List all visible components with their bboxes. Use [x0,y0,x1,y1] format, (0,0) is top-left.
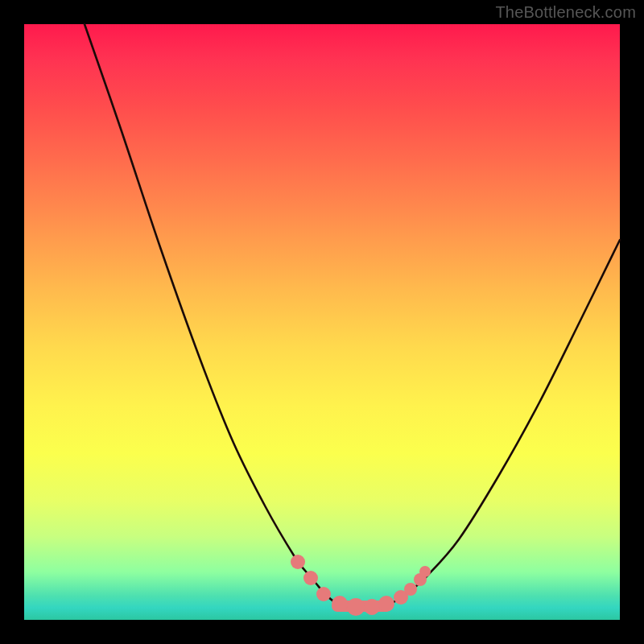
chart-frame: TheBottleneck.com [0,0,644,644]
bottleneck-curve [85,24,620,607]
attribution-label: TheBottleneck.com [495,3,636,22]
marker-dot [291,555,305,569]
marker-dot [347,598,365,616]
marker-dot [316,587,331,601]
marker-dot [378,596,394,612]
marker-dot [404,583,417,596]
marker-dot [303,571,318,585]
curve-svg [24,24,620,620]
marker-dot [419,566,431,577]
marker-dot [332,596,348,612]
plot-area [24,24,620,620]
marker-dot [364,599,380,615]
